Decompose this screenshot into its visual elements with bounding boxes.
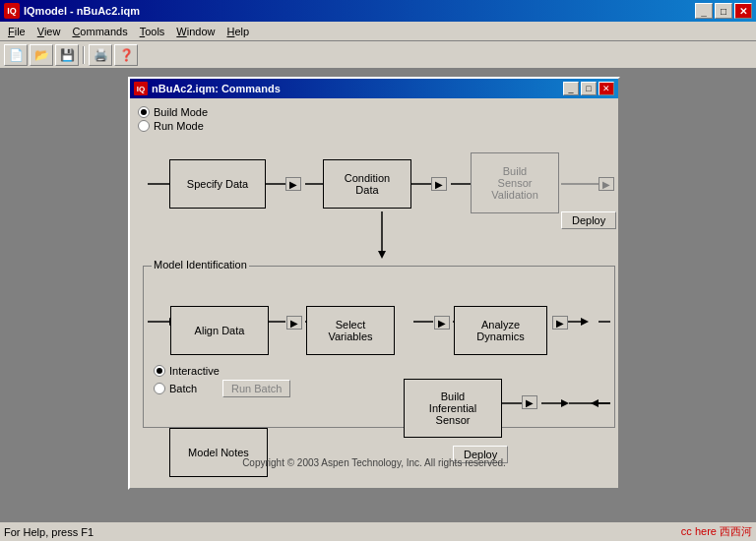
batch-label: Batch	[169, 383, 197, 394]
build-inferential-box[interactable]: BuildInferentialSensor	[404, 379, 502, 438]
condition-data-box[interactable]: ConditionData	[323, 159, 411, 209]
menu-window[interactable]: Window	[170, 24, 220, 39]
main-area: IQ nBuAc2.iqm: Commands _ □ ✕ Build Mode…	[0, 69, 756, 519]
inner-close-button[interactable]: ✕	[598, 82, 614, 95]
save-button[interactable]: 💾	[55, 44, 79, 66]
minimize-button[interactable]: _	[695, 3, 713, 19]
build-mode-label: Build Mode	[154, 106, 208, 118]
help-button[interactable]: ❓	[114, 44, 138, 66]
status-bar: For Help, press F1 cc here 西西河	[0, 521, 756, 541]
inner-title-controls[interactable]: _ □ ✕	[563, 82, 614, 95]
select-variables-box[interactable]: SelectVariables	[306, 306, 395, 355]
interactive-radio[interactable]: Interactive	[154, 365, 220, 377]
arrow-box-3[interactable]: ▶	[286, 316, 302, 330]
batch-circle	[154, 383, 165, 394]
inner-app-icon: IQ	[134, 82, 148, 95]
menu-bar: File View Commands Tools Window Help	[0, 22, 756, 41]
inner-title-bar: IQ nBuAc2.iqm: Commands _ □ ✕	[130, 79, 618, 98]
build-mode-circle	[138, 106, 150, 118]
new-button[interactable]: 📄	[4, 44, 28, 66]
flow-area: Specify Data ▶ ConditionData ▶ BuildSens…	[138, 138, 610, 472]
batch-radio[interactable]: Batch	[154, 383, 197, 394]
menu-view[interactable]: View	[32, 24, 67, 39]
menu-file[interactable]: File	[2, 24, 32, 39]
title-bar: IQ IQmodel - nBuAc2.iqm _ □ ✕	[0, 0, 756, 22]
app-title: IQmodel - nBuAc2.iqm	[24, 5, 140, 17]
specify-data-box[interactable]: Specify Data	[169, 159, 266, 209]
mode-radio-group: Build Mode Run Mode	[138, 106, 610, 132]
run-mode-circle	[138, 120, 150, 132]
arrow-box-6[interactable]: ▶	[522, 395, 537, 409]
menu-commands[interactable]: Commands	[66, 24, 133, 39]
build-sensor-label: BuildSensorValidation	[491, 165, 538, 201]
analyze-dynamics-box[interactable]: AnalyzeDynamics	[454, 306, 547, 355]
arrow-box-right-sensor: ▶	[598, 177, 614, 191]
specify-data-label: Specify Data	[187, 178, 248, 190]
maximize-button[interactable]: □	[715, 3, 732, 19]
inner-window-title: nBuAc2.iqm: Commands	[152, 83, 281, 94]
build-mode-radio[interactable]: Build Mode	[138, 106, 610, 118]
svg-marker-11	[378, 251, 386, 259]
arrow-box-2[interactable]: ▶	[431, 177, 447, 191]
run-batch-button[interactable]: Run Batch	[222, 380, 290, 397]
close-button[interactable]: ✕	[734, 3, 752, 19]
analyze-dynamics-label: AnalyzeDynamics	[476, 319, 524, 342]
select-variables-label: SelectVariables	[328, 319, 372, 342]
arrow-box-1[interactable]: ▶	[285, 177, 301, 191]
inner-minimize-button[interactable]: _	[563, 82, 579, 95]
commands-content: Build Mode Run Mode	[130, 98, 618, 488]
run-mode-label: Run Mode	[154, 120, 204, 132]
title-controls[interactable]: _ □ ✕	[695, 3, 752, 19]
inner-window: IQ nBuAc2.iqm: Commands _ □ ✕ Build Mode…	[128, 77, 620, 490]
model-identification-group: Model Identification Align Data ▶ Select…	[143, 266, 615, 428]
deploy-top-button[interactable]: Deploy	[561, 211, 616, 229]
align-data-box[interactable]: Align Data	[170, 306, 269, 355]
build-inferential-label: BuildInferentialSensor	[429, 391, 476, 426]
condition-data-label: ConditionData	[345, 172, 390, 196]
interactive-label: Interactive	[169, 365, 220, 377]
build-sensor-box[interactable]: BuildSensorValidation	[471, 152, 559, 213]
copyright: Copyright © 2003 Aspen Technology, Inc. …	[138, 457, 610, 468]
print-button[interactable]: 🖨️	[89, 44, 112, 66]
open-button[interactable]: 📂	[30, 44, 53, 66]
arrow-box-4[interactable]: ▶	[434, 316, 450, 330]
arrow-box-5[interactable]: ▶	[552, 316, 568, 330]
menu-tools[interactable]: Tools	[134, 24, 171, 39]
status-watermark: cc here 西西河	[681, 524, 752, 539]
model-identification-label: Model Identification	[152, 259, 249, 270]
align-data-label: Align Data	[195, 325, 245, 336]
app-icon: IQ	[4, 3, 20, 19]
model-notes-box[interactable]: Model Notes	[169, 428, 268, 477]
toolbar: 📄 📂 💾 🖨️ ❓	[0, 41, 756, 69]
menu-help[interactable]: Help	[220, 24, 255, 39]
inner-maximize-button[interactable]: □	[581, 82, 597, 95]
status-help: For Help, press F1	[4, 526, 681, 538]
run-mode-radio[interactable]: Run Mode	[138, 120, 610, 132]
toolbar-separator	[83, 46, 85, 64]
interactive-circle	[154, 365, 165, 377]
